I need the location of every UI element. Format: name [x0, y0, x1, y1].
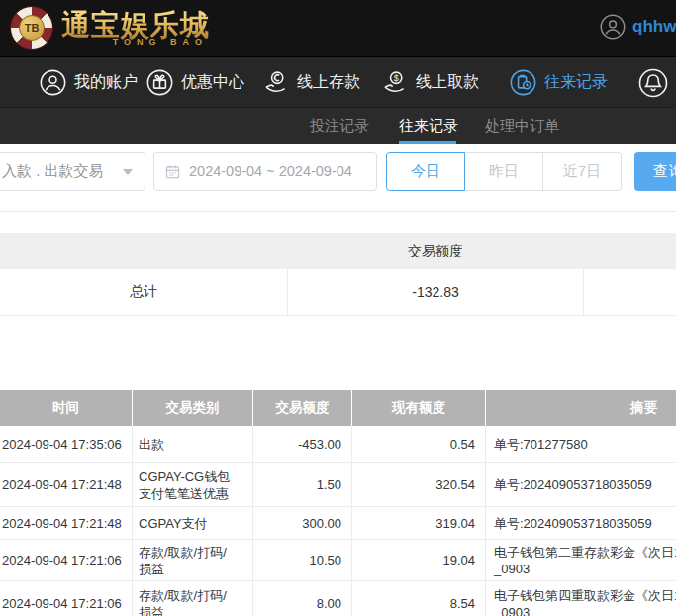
cell-amount: 10.50	[253, 540, 352, 581]
cell-time: 2024-09-04 17:21:06	[0, 540, 133, 581]
cell-summary: 单号:202409053718035059	[486, 507, 676, 540]
cell-type: CGPAY支付	[133, 507, 253, 540]
summary-total-label: 总计	[0, 269, 287, 315]
cell-summary: 单号:202409053718035059	[486, 463, 676, 507]
brand-text: 通宝娱乐城 TONG BAO	[61, 10, 210, 47]
account-icon	[40, 69, 66, 96]
table-row: 2024-09-04 17:35:06 出款 -453.00 0.54 单号:7…	[0, 426, 676, 463]
cell-amount: 1.50	[253, 463, 352, 507]
last7days-button[interactable]: 近7日	[542, 152, 622, 191]
cell-amount: -453.00	[253, 426, 352, 463]
nav-item-deposit[interactable]: 线上存款	[262, 57, 360, 108]
date-range-input[interactable]: 2024-09-04 ~ 2024-09-04	[153, 152, 377, 191]
withdraw-icon: $	[381, 69, 408, 96]
user-account[interactable]: qhhw	[600, 14, 676, 40]
username-text: qhhw	[632, 17, 676, 37]
brand-title: 通宝娱乐城	[61, 10, 210, 40]
filter-bar: 入款 . 出款交易 2024-09-04 ~ 2024-09-04 今日 昨日 …	[0, 144, 676, 212]
cell-type: CGPAY-CG钱包 支付笔笔送优惠	[133, 463, 253, 507]
summary-total-row: 总计 -132.83	[0, 269, 676, 316]
chevron-down-icon	[123, 169, 133, 175]
tab-bet-records[interactable]: 投注记录	[310, 108, 369, 145]
col-header-summary: 摘要	[486, 390, 676, 426]
col-header-balance: 现有额度	[352, 390, 486, 426]
table-row: 2024-09-04 17:21:48 CGPAY支付 300.00 319.0…	[0, 507, 676, 540]
cell-type: 出款	[133, 426, 253, 463]
cell-balance: 0.54	[352, 426, 486, 463]
brand-logo[interactable]: TB 通宝娱乐城 TONG BAO	[10, 6, 210, 50]
nav-item-my-account[interactable]: 我的账户	[40, 57, 138, 108]
deposit-icon	[262, 69, 289, 96]
calendar-icon	[164, 163, 181, 180]
tab-transaction-records[interactable]: 往来记录	[399, 108, 458, 145]
transaction-type-select[interactable]: 入款 . 出款交易	[0, 152, 145, 191]
main-navigation: 我的账户 优惠中心 线上存款	[0, 56, 676, 107]
cell-type: 存款/取款/打码/ 损益	[133, 581, 253, 616]
col-header-time: 时间	[0, 390, 133, 426]
select-value: 入款 . 出款交易	[0, 162, 104, 181]
user-avatar-icon	[600, 14, 626, 40]
nav-item-messages[interactable]	[638, 57, 668, 108]
cell-time: 2024-09-04 17:35:06	[0, 426, 133, 463]
tab-pending-orders[interactable]: 处理中订单	[485, 108, 559, 145]
cell-amount: 8.00	[253, 581, 352, 616]
summary-header-amount: 交易额度	[287, 233, 584, 269]
cell-time: 2024-09-04 17:21:48	[0, 507, 133, 540]
col-header-type: 交易类别	[133, 390, 253, 426]
table-row: 2024-09-04 17:21:06 存款/取款/打码/ 损益 8.00 8.…	[0, 581, 676, 616]
notification-bell-icon	[638, 68, 668, 98]
cell-balance: 19.04	[352, 540, 486, 581]
table-row: 2024-09-04 17:21:48 CGPAY-CG钱包 支付笔笔送优惠 1…	[0, 463, 676, 507]
cell-balance: 320.54	[352, 463, 486, 507]
records-icon	[510, 69, 536, 96]
transactions-table: 时间 交易类别 交易额度 现有额度 摘要 2024-09-04 17:35:06…	[0, 390, 676, 616]
nav-label: 线上存款	[297, 72, 360, 93]
summary-header-empty	[0, 233, 287, 269]
cell-balance: 8.54	[352, 581, 486, 616]
cell-type: 存款/取款/打码/ 损益	[133, 540, 253, 581]
search-button[interactable]: 查询	[634, 152, 676, 191]
summary-total-value: -132.83	[287, 269, 584, 315]
col-header-amount: 交易额度	[253, 390, 352, 426]
today-button[interactable]: 今日	[386, 152, 465, 191]
summary-header-empty2	[584, 233, 676, 269]
quick-range-group: 今日 昨日 近7日	[386, 152, 622, 191]
yesterday-button[interactable]: 昨日	[464, 152, 543, 191]
top-header: TB 通宝娱乐城 TONG BAO qhhw	[0, 0, 676, 56]
cell-balance: 319.04	[352, 507, 486, 540]
nav-label: 线上取款	[416, 72, 479, 93]
record-tabs: 投注记录 往来记录 处理中订单	[0, 107, 676, 144]
promo-icon	[146, 69, 173, 96]
svg-text:$: $	[394, 73, 399, 83]
table-row: 2024-09-04 17:21:06 存款/取款/打码/ 损益 10.50 1…	[0, 540, 676, 581]
nav-item-withdraw[interactable]: $ 线上取款	[381, 57, 479, 108]
date-range-value: 2024-09-04 ~ 2024-09-04	[189, 163, 352, 179]
cell-summary: 单号:701277580	[486, 426, 676, 463]
chip-label: TB	[19, 15, 45, 41]
cell-amount: 300.00	[253, 507, 352, 540]
summary-header-row: 交易额度	[0, 233, 676, 269]
app-window: TB 通宝娱乐城 TONG BAO qhhw	[0, 0, 676, 616]
nav-label: 优惠中心	[181, 72, 244, 93]
summary-empty-cell	[584, 269, 676, 315]
nav-item-records[interactable]: 往来记录	[510, 57, 608, 108]
summary-table: 交易额度 总计 -132.83	[0, 233, 676, 316]
nav-label: 往来记录	[544, 72, 608, 93]
casino-chip-icon: TB	[10, 6, 53, 50]
nav-label: 我的账户	[74, 72, 138, 93]
cell-time: 2024-09-04 17:21:48	[0, 463, 133, 507]
cell-summary: 电子钱包第四重取款彩金《次日1 _0903	[486, 581, 676, 616]
cell-time: 2024-09-04 17:21:06	[0, 581, 133, 616]
cell-summary: 电子钱包第二重存款彩金《次日1 _0903	[486, 540, 676, 581]
nav-item-promotions[interactable]: 优惠中心	[146, 57, 244, 108]
table-header-row: 时间 交易类别 交易额度 现有额度 摘要	[0, 390, 676, 426]
